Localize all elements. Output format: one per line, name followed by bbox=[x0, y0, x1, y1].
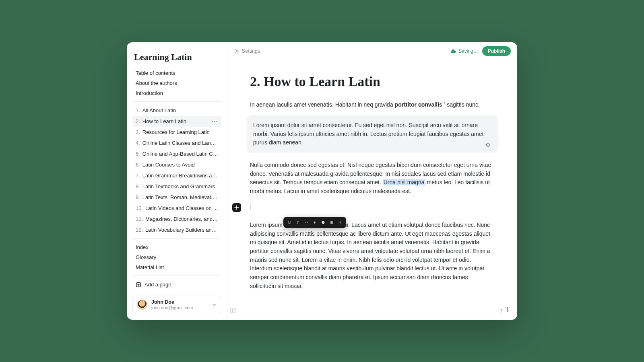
chapter-number: 5. bbox=[136, 151, 140, 157]
text-size-toggle[interactable]: T T bbox=[500, 305, 510, 314]
text-caret bbox=[250, 203, 250, 210]
app-window: Learning Latin Table of contents About t… bbox=[127, 42, 517, 320]
pointer-cursor-icon bbox=[484, 140, 491, 150]
chapter-label: Latin Vocabulary Builders and Word Games bbox=[145, 227, 218, 233]
plus-square-icon bbox=[136, 282, 141, 288]
chapter-number: 3. bbox=[136, 129, 140, 135]
sidebar: Learning Latin Table of contents About t… bbox=[127, 42, 227, 320]
topbar: Settings Saving… Publish bbox=[227, 42, 517, 60]
chapter-number: 8. bbox=[136, 183, 140, 189]
chapter-item[interactable]: 11.Magazines, Dictionaries, and Other Re… bbox=[132, 214, 221, 224]
chapter-item[interactable]: 12.Latin Vocabulary Builders and Word Ga… bbox=[132, 224, 221, 235]
code-icon bbox=[305, 220, 308, 225]
sidebar-link-toc[interactable]: Table of contents bbox=[132, 68, 221, 78]
underline-icon bbox=[288, 220, 291, 225]
image-icon bbox=[330, 220, 333, 225]
chevron-down-icon bbox=[211, 302, 217, 308]
sidebar-back-group: Index Glossary Material List bbox=[132, 242, 221, 272]
svg-rect-10 bbox=[323, 222, 324, 222]
chapter-label: Online and App-Based Latin Courses bbox=[142, 151, 218, 157]
chapter-item[interactable]: 8.Latin Textbooks and Grammars⋯ bbox=[132, 181, 221, 192]
page-title: 2. How to Learn Latin bbox=[250, 71, 495, 93]
chapter-label: Resources for Learning Latin bbox=[142, 129, 210, 135]
chapter-number: 2. bbox=[136, 118, 140, 124]
avatar bbox=[137, 300, 147, 310]
user-email: john.doe@gmail.com bbox=[151, 305, 193, 311]
body-paragraph[interactable]: Lorem ipsum dolor sit amet consectetur. … bbox=[250, 221, 495, 291]
publish-button[interactable]: Publish bbox=[482, 46, 511, 56]
type-icon bbox=[296, 220, 299, 225]
toolbar-image[interactable] bbox=[328, 218, 336, 226]
chapter-number: 9. bbox=[136, 194, 140, 200]
text-size-small[interactable]: T bbox=[500, 308, 503, 314]
chapter-number: 11. bbox=[136, 216, 143, 222]
toolbar-type[interactable] bbox=[294, 218, 302, 226]
info-icon bbox=[322, 220, 325, 225]
gear-icon bbox=[234, 48, 239, 54]
collapse-sidebar-button[interactable] bbox=[229, 306, 237, 316]
chapter-item[interactable]: 2.How to Learn Latin⋯ bbox=[132, 116, 221, 127]
chapter-label: All About Latin bbox=[142, 107, 176, 113]
chapter-label: Latin Textbooks and Grammars bbox=[142, 183, 215, 189]
callout-block[interactable]: Lorem ipsum dolor sit amet consectetur. … bbox=[247, 115, 498, 153]
sidebar-link-intro[interactable]: Introduction bbox=[132, 88, 221, 98]
panel-collapse-icon bbox=[229, 306, 237, 315]
chapter-number: 6. bbox=[136, 162, 140, 168]
settings-button[interactable]: Settings bbox=[234, 48, 260, 54]
toolbar-bolt[interactable] bbox=[311, 218, 319, 226]
sidebar-link-material[interactable]: Material List bbox=[132, 262, 221, 272]
chapter-item[interactable]: 3.Resources for Learning Latin⋯ bbox=[132, 127, 221, 138]
editor-content[interactable]: 2. How to Learn Latin In aenean iaculis … bbox=[227, 60, 517, 320]
svg-rect-9 bbox=[323, 222, 324, 224]
chapter-number: 7. bbox=[136, 173, 140, 179]
toolbar-underline[interactable] bbox=[285, 218, 293, 226]
inline-toolbar bbox=[283, 217, 346, 228]
chapter-item[interactable]: 7.Latin Grammar Breakdowns and Guides⋯ bbox=[132, 170, 221, 181]
divider bbox=[132, 239, 221, 239]
chapter-label: Latin Texts: Roman, Medieval, and Modern… bbox=[142, 194, 218, 200]
chapter-item[interactable]: 6.Latin Courses to Avoid⋯ bbox=[132, 159, 221, 170]
chapter-number: 1. bbox=[136, 107, 140, 113]
chapter-item[interactable]: 5.Online and App-Based Latin Courses⋯ bbox=[132, 148, 221, 159]
chapter-number: 12. bbox=[136, 227, 143, 233]
svg-point-13 bbox=[340, 222, 341, 223]
toolbar-info[interactable] bbox=[319, 218, 327, 226]
divider bbox=[132, 276, 221, 276]
chapter-number: 10. bbox=[136, 205, 143, 211]
plus-icon bbox=[234, 205, 239, 210]
chapter-label: Latin Videos and Classes on YouTube bbox=[145, 205, 218, 211]
app-title: Learning Latin bbox=[134, 52, 220, 62]
insert-block-button[interactable] bbox=[232, 203, 241, 212]
toolbar-code[interactable] bbox=[302, 218, 310, 226]
sidebar-link-authors[interactable]: About the authors bbox=[132, 78, 221, 88]
main-area: Settings Saving… Publish 2. How to Learn… bbox=[227, 42, 517, 320]
chapter-item[interactable]: 9.Latin Texts: Roman, Medieval, and Mode… bbox=[132, 192, 221, 203]
chapter-label: Latin Courses to Avoid bbox=[142, 162, 195, 168]
chapter-list: 1.All About Latin⋯2.How to Learn Latin⋯3… bbox=[132, 105, 221, 235]
sidebar-front-group: Table of contents About the authors Intr… bbox=[132, 68, 221, 98]
chapter-label: Magazines, Dictionaries, and Other Resou… bbox=[145, 216, 218, 222]
chapter-item[interactable]: 10.Latin Videos and Classes on YouTube⋯ bbox=[132, 203, 221, 214]
user-name: John Doe bbox=[151, 299, 193, 305]
chapter-label: Online Latin Classes and Language Exchan… bbox=[142, 140, 218, 146]
bolt-icon bbox=[313, 220, 316, 225]
scroll-fade bbox=[227, 292, 517, 320]
save-status: Saving… bbox=[450, 48, 478, 54]
sidebar-link-index[interactable]: Index bbox=[132, 242, 221, 252]
add-page-button[interactable]: Add a page bbox=[132, 279, 221, 290]
body-paragraph[interactable]: Nulla commodo donec sed egestas et. Nisl… bbox=[250, 161, 495, 196]
divider bbox=[132, 101, 221, 102]
intro-paragraph[interactable]: In aenean iaculis amet venenatis. Habita… bbox=[250, 100, 495, 109]
text-size-large[interactable]: T bbox=[505, 305, 510, 314]
gear-icon bbox=[339, 220, 342, 225]
text-selection: Urna nisl magna bbox=[383, 179, 425, 185]
toolbar-gear[interactable] bbox=[336, 218, 344, 226]
chapter-number: 4. bbox=[136, 140, 140, 146]
user-account-button[interactable]: John Doe john.doe@gmail.com bbox=[132, 296, 221, 314]
cloud-icon bbox=[450, 48, 456, 54]
chapter-label: How to Learn Latin bbox=[142, 118, 186, 124]
svg-point-1 bbox=[236, 50, 237, 52]
chapter-item[interactable]: 1.All About Latin⋯ bbox=[132, 105, 221, 116]
chapter-item[interactable]: 4.Online Latin Classes and Language Exch… bbox=[132, 138, 221, 148]
sidebar-link-glossary[interactable]: Glossary bbox=[132, 252, 221, 262]
